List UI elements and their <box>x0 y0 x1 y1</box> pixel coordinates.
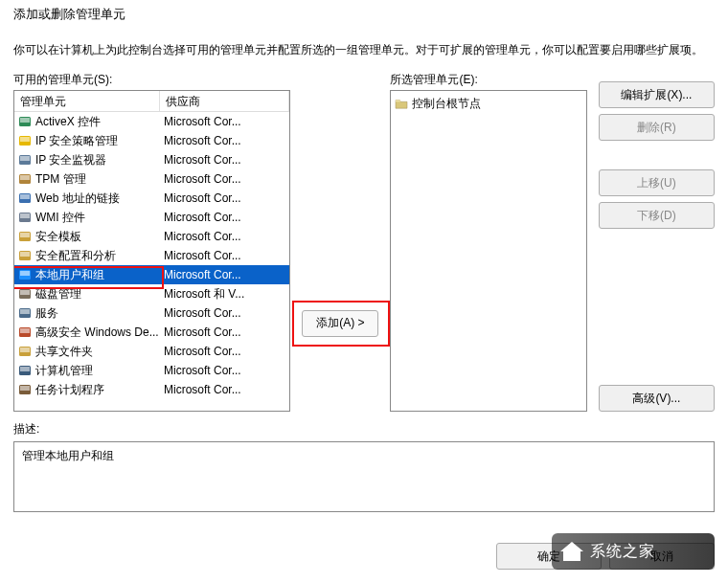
list-item-name: 安全模板 <box>35 229 160 245</box>
add-button[interactable]: 添加(A) > <box>302 310 378 337</box>
svg-rect-15 <box>20 252 30 257</box>
list-item-vendor: Microsoft Cor... <box>160 230 289 243</box>
list-item-name: 高级安全 Windows De... <box>35 325 160 341</box>
snapin-icon <box>17 382 33 397</box>
snapin-icon <box>17 286 33 302</box>
list-item[interactable]: 共享文件夹Microsoft Cor... <box>14 342 289 361</box>
list-item-name: ActiveX 控件 <box>35 114 160 130</box>
list-item-vendor: Microsoft Cor... <box>160 383 289 396</box>
snapin-icon <box>17 191 33 206</box>
move-down-button[interactable]: 下移(D) <box>599 202 715 229</box>
list-item-name: 安全配置和分析 <box>35 248 160 264</box>
advanced-button[interactable]: 高级(V)... <box>599 385 715 412</box>
folder-icon <box>395 98 408 109</box>
dialog-instruction: 你可以在计算机上为此控制台选择可用的管理单元并配置所选的一组管理单元。对于可扩展… <box>0 29 728 66</box>
list-item-vendor: Microsoft Cor... <box>160 268 289 281</box>
selected-label: 所选管理单元(E): <box>390 66 586 90</box>
snapin-icon <box>17 171 33 187</box>
list-item[interactable]: 任务计划程序Microsoft Cor... <box>14 380 289 399</box>
snapin-icon <box>17 133 33 148</box>
cancel-button[interactable]: 取消 <box>609 543 715 570</box>
list-item-name: TPM 管理 <box>35 171 160 188</box>
snapin-icon <box>17 267 33 282</box>
snapin-icon <box>17 344 33 359</box>
svg-rect-23 <box>20 328 30 333</box>
available-label: 可用的管理单元(S): <box>13 66 290 90</box>
selected-tree[interactable]: 控制台根节点 <box>390 90 586 412</box>
list-item-vendor: Microsoft Cor... <box>160 306 289 320</box>
svg-rect-7 <box>20 175 30 180</box>
snapin-icon <box>17 305 33 321</box>
snapin-icon <box>17 363 33 378</box>
col-header-vendor[interactable]: 供应商 <box>160 91 289 111</box>
list-item[interactable]: TPM 管理Microsoft Cor... <box>14 169 289 189</box>
list-item[interactable]: 服务Microsoft Cor... <box>14 303 289 323</box>
snapin-icon <box>17 152 33 168</box>
snapin-icon <box>17 210 33 225</box>
svg-rect-25 <box>20 348 30 352</box>
remove-button[interactable]: 删除(R) <box>599 114 715 141</box>
list-item-vendor: Microsoft Cor... <box>160 153 289 167</box>
snapin-icon <box>17 325 33 340</box>
snapin-icon <box>17 114 33 129</box>
list-item[interactable]: IP 安全策略管理Microsoft Cor... <box>14 131 289 150</box>
description-label: 描述: <box>13 417 715 441</box>
svg-rect-5 <box>20 156 30 161</box>
edit-extensions-button[interactable]: 编辑扩展(X)... <box>599 81 715 108</box>
list-item-vendor: Microsoft Cor... <box>160 134 289 147</box>
svg-rect-27 <box>20 367 30 371</box>
description-box: 管理本地用户和组 <box>13 441 715 512</box>
tree-root-item[interactable]: 控制台根节点 <box>395 95 581 112</box>
list-item[interactable]: 计算机管理Microsoft Cor... <box>14 361 289 380</box>
list-item-vendor: Microsoft Cor... <box>160 115 289 128</box>
snapin-icon <box>17 248 33 263</box>
col-header-name[interactable]: 管理单元 <box>14 91 160 111</box>
list-item[interactable]: ActiveX 控件Microsoft Cor... <box>14 112 289 131</box>
available-header: 管理单元 供应商 <box>14 91 289 112</box>
list-item-name: 本地用户和组 <box>35 267 160 283</box>
ok-button[interactable]: 确定 <box>496 543 602 570</box>
list-item[interactable]: 安全模板Microsoft Cor... <box>14 227 289 246</box>
svg-rect-21 <box>20 309 30 314</box>
snapin-icon <box>17 229 33 244</box>
move-up-button[interactable]: 上移(U) <box>599 169 715 196</box>
list-item-name: Web 地址的链接 <box>35 191 160 207</box>
svg-rect-13 <box>20 233 30 237</box>
list-item[interactable]: 安全配置和分析Microsoft Cor... <box>14 246 289 265</box>
dialog-title: 添加或删除管理单元 <box>0 0 728 29</box>
svg-rect-19 <box>20 290 30 295</box>
list-item[interactable]: Web 地址的链接Microsoft Cor... <box>14 189 289 208</box>
list-item-vendor: Microsoft 和 V... <box>160 286 289 303</box>
list-item-vendor: Microsoft Cor... <box>160 325 289 339</box>
svg-rect-17 <box>20 271 30 276</box>
svg-rect-9 <box>20 194 30 199</box>
list-item-vendor: Microsoft Cor... <box>160 249 289 262</box>
list-item-vendor: Microsoft Cor... <box>160 172 289 186</box>
list-item-vendor: Microsoft Cor... <box>160 364 289 377</box>
list-item-name: IP 安全策略管理 <box>35 133 160 149</box>
svg-rect-1 <box>20 118 30 123</box>
list-item[interactable]: 本地用户和组Microsoft Cor... <box>14 265 289 284</box>
list-item[interactable]: 高级安全 Windows De...Microsoft Cor... <box>14 323 289 342</box>
tree-root-label: 控制台根节点 <box>412 96 481 112</box>
list-item-name: 计算机管理 <box>35 363 160 379</box>
svg-rect-29 <box>20 386 30 391</box>
list-item-name: 服务 <box>35 305 160 322</box>
list-item-name: IP 安全监视器 <box>35 152 160 168</box>
list-item-name: 共享文件夹 <box>35 344 160 360</box>
list-item-vendor: Microsoft Cor... <box>160 191 289 205</box>
list-item-name: 磁盘管理 <box>35 286 160 303</box>
list-item[interactable]: 磁盘管理Microsoft 和 V... <box>14 284 289 303</box>
list-item[interactable]: IP 安全监视器Microsoft Cor... <box>14 150 289 169</box>
svg-rect-11 <box>20 213 30 218</box>
list-item[interactable]: WMI 控件Microsoft Cor... <box>14 208 289 227</box>
list-item-name: 任务计划程序 <box>35 382 160 398</box>
list-item-vendor: Microsoft Cor... <box>160 345 289 358</box>
list-item-name: WMI 控件 <box>35 210 160 226</box>
list-item-vendor: Microsoft Cor... <box>160 211 289 224</box>
available-listbox[interactable]: 管理单元 供应商 ActiveX 控件Microsoft Cor...IP 安全… <box>13 90 290 412</box>
svg-rect-3 <box>20 137 30 142</box>
